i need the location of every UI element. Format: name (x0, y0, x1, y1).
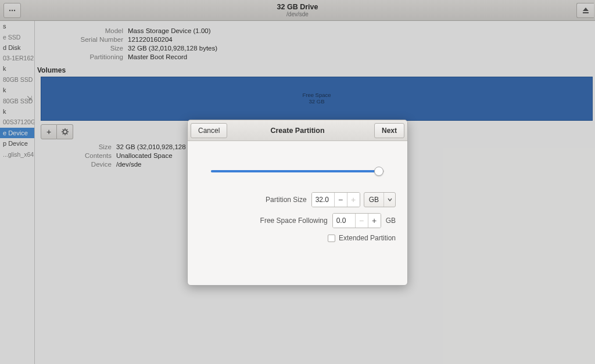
slider-thumb[interactable] (374, 167, 383, 176)
partition-size-label: Partition Size (266, 196, 307, 204)
extended-checkbox[interactable] (328, 235, 335, 242)
partition-size-row: Partition Size − + GB (199, 192, 396, 207)
create-partition-dialog: Cancel Create Partition Next Partition S… (187, 120, 408, 286)
slider-fill (211, 170, 379, 172)
chevron-down-icon (383, 193, 395, 207)
free-increment[interactable]: + (368, 214, 381, 228)
partition-size-slider[interactable] (211, 165, 384, 177)
free-following-row: Free Space Following − + GB (199, 213, 396, 228)
free-following-spin: − + (332, 213, 381, 228)
free-following-label: Free Space Following (260, 217, 328, 225)
size-increment[interactable]: + (347, 193, 360, 207)
dialog-title: Create Partition (270, 127, 324, 135)
unit-combo[interactable]: GB (364, 192, 396, 207)
next-button[interactable]: Next (374, 123, 404, 138)
partition-size-spin: − + (311, 192, 360, 207)
size-decrement[interactable]: − (334, 193, 347, 207)
unit-label: GB (364, 193, 383, 207)
dialog-backdrop: Cancel Create Partition Next Partition S… (0, 0, 595, 364)
free-following-unit: GB (386, 217, 396, 225)
partition-size-input[interactable] (312, 193, 334, 207)
extended-row: Extended Partition (199, 234, 396, 242)
free-following-input[interactable] (333, 214, 355, 228)
cancel-button[interactable]: Cancel (191, 123, 227, 138)
free-decrement[interactable]: − (355, 214, 368, 228)
dialog-header: Cancel Create Partition Next (188, 120, 407, 141)
dialog-body: Partition Size − + GB Free Space Followi… (188, 141, 407, 285)
extended-label: Extended Partition (339, 234, 396, 242)
